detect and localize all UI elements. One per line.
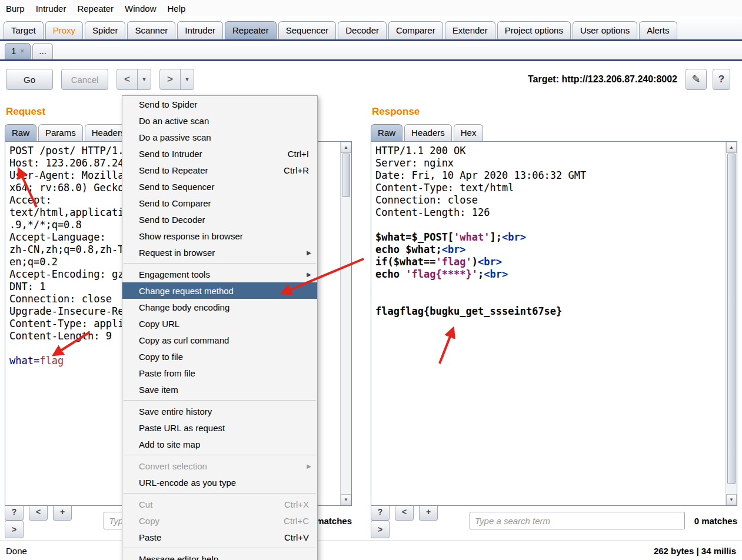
menu-item-label: Send to Sequencer	[139, 182, 302, 192]
menubar-item-repeater[interactable]: Repeater	[77, 4, 114, 14]
menu-item-copy-as-curl-command[interactable]: Copy as curl command	[122, 332, 317, 348]
previous-request-button[interactable]: < ▼	[117, 69, 151, 90]
search-next-button[interactable]: >	[371, 521, 390, 538]
menu-item-do-an-active-scan[interactable]: Do an active scan	[122, 112, 317, 129]
request-tab-params[interactable]: Params	[38, 124, 83, 141]
dropdown-arrow-icon[interactable]: ▼	[137, 69, 151, 89]
main-tab-user-options[interactable]: User options	[573, 21, 637, 39]
request-tab-raw[interactable]: Raw	[5, 124, 36, 141]
main-tab-scanner[interactable]: Scanner	[127, 21, 175, 39]
menubar-item-window[interactable]: Window	[125, 4, 156, 14]
menu-item-send-to-comparer[interactable]: Send to Comparer	[122, 195, 317, 211]
menu-item-label: Do an active scan	[139, 116, 302, 126]
toolbar: Go Cancel < ▼ > ▼ Target: http://123.206…	[0, 61, 742, 98]
previous-arrow-icon[interactable]: <	[117, 69, 137, 89]
menu-item-paste-from-file[interactable]: Paste from file	[122, 365, 317, 381]
menu-item-show-response-in-browser[interactable]: Show response in browser	[122, 228, 317, 244]
menu-item-send-to-sequencer[interactable]: Send to Sequencer	[122, 178, 317, 195]
response-scrollbar[interactable]: ▲ ▼	[726, 142, 737, 505]
menu-item-save-item[interactable]: Save item	[122, 381, 317, 398]
menu-item-copy-to-file[interactable]: Copy to file	[122, 348, 317, 365]
main-tab-proxy[interactable]: Proxy	[45, 21, 83, 39]
menu-item-label: Send to Comparer	[139, 198, 302, 208]
main-tab-project-options[interactable]: Project options	[497, 21, 571, 39]
repeater-tab-1[interactable]: 1×	[5, 43, 31, 59]
main-tab-sequencer[interactable]: Sequencer	[278, 21, 337, 39]
main-tab-comparer[interactable]: Comparer	[388, 21, 443, 39]
menu-item-label: Send to Repeater	[139, 165, 302, 175]
main-tab-target[interactable]: Target	[4, 21, 44, 39]
menu-separator	[124, 548, 316, 548]
submenu-arrow-icon: ▶	[307, 463, 311, 469]
search-input[interactable]	[470, 512, 685, 529]
response-text[interactable]: HTTP/1.1 200 OKServer: nginxDate: Fri, 1…	[375, 145, 724, 503]
menu-item-send-to-intruder[interactable]: Send to IntruderCtrl+I	[122, 145, 317, 162]
main-tab-alerts[interactable]: Alerts	[639, 21, 677, 39]
menubar-item-burp[interactable]: Burp	[6, 4, 25, 14]
next-request-button[interactable]: > ▼	[159, 69, 194, 90]
menu-shortcut: Ctrl+I	[288, 149, 309, 159]
menu-item-paste[interactable]: PasteCtrl+V	[122, 529, 317, 545]
menu-shortcut: Ctrl+X	[284, 499, 309, 509]
go-button[interactable]: Go	[6, 69, 53, 90]
scroll-down-icon[interactable]: ▼	[341, 494, 351, 505]
menu-item-paste-url-as-request[interactable]: Paste URL as request	[122, 419, 317, 436]
main-tab-spider[interactable]: Spider	[85, 21, 125, 39]
code-line: Connection: close	[375, 194, 724, 206]
menu-separator	[124, 263, 316, 264]
menubar-item-intruder[interactable]: Intruder	[36, 4, 66, 14]
search-next-button[interactable]: >	[5, 521, 24, 538]
menu-item-change-request-method[interactable]: Change request method	[122, 282, 317, 299]
next-arrow-icon[interactable]: >	[160, 69, 180, 89]
menu-item-copy-url[interactable]: Copy URL	[122, 315, 317, 332]
scroll-up-icon[interactable]: ▲	[726, 142, 737, 153]
scroll-down-icon[interactable]: ▼	[726, 494, 737, 505]
menu-item-do-a-passive-scan[interactable]: Do a passive scan	[122, 129, 317, 145]
menu-item-url-encode-as-you-type[interactable]: URL-encode as you type	[122, 474, 317, 491]
response-tab-raw[interactable]: Raw	[371, 124, 402, 141]
response-editor[interactable]: HTTP/1.1 200 OKServer: nginxDate: Fri, 1…	[371, 141, 737, 506]
repeater-tab-item[interactable]: ...	[32, 43, 53, 59]
menu-item-request-in-browser[interactable]: Request in browser▶	[122, 244, 317, 261]
context-menu: Send to SpiderDo an active scanDo a pass…	[122, 95, 318, 560]
main-tab-bar: TargetProxySpiderScannerIntruderRepeater…	[0, 16, 742, 41]
response-tab-headers[interactable]: Headers	[404, 124, 452, 141]
close-icon[interactable]: ×	[20, 48, 24, 55]
scrollbar-thumb[interactable]	[342, 154, 350, 197]
help-button[interactable]: ?	[713, 69, 730, 90]
menu-item-send-to-decoder[interactable]: Send to Decoder	[122, 211, 317, 228]
code-line: Server: nginx	[375, 157, 724, 169]
pencil-icon: ✎	[691, 73, 700, 86]
status-bar: Done 262 bytes | 34 millis	[0, 541, 742, 560]
menu-item-send-to-spider[interactable]: Send to Spider	[122, 96, 317, 112]
main-tab-intruder[interactable]: Intruder	[177, 21, 223, 39]
request-scrollbar[interactable]: ▲ ▼	[340, 142, 351, 505]
menubar-item-help[interactable]: Help	[167, 4, 185, 14]
response-search-buttons: ?<+>	[371, 503, 466, 538]
menu-item-label: Send to Spider	[139, 99, 302, 109]
response-search-bar: ?<+> 0 matches	[371, 511, 737, 531]
menu-separator	[124, 455, 316, 455]
edit-target-button[interactable]: ✎	[686, 69, 707, 90]
scrollbar-thumb[interactable]	[727, 154, 736, 484]
menu-item-send-to-repeater[interactable]: Send to RepeaterCtrl+R	[122, 162, 317, 178]
menu-item-save-entire-history[interactable]: Save entire history	[122, 403, 317, 419]
menu-item-change-body-encoding[interactable]: Change body encoding	[122, 299, 317, 315]
main-tab-extender[interactable]: Extender	[445, 21, 495, 39]
code-line: echo $what;<br>	[375, 244, 724, 256]
code-line: Date: Fri, 10 Apr 2020 13:06:32 GMT	[375, 169, 724, 182]
main-tab-decoder[interactable]: Decoder	[338, 21, 387, 39]
main-tab-repeater[interactable]: Repeater	[225, 21, 277, 39]
dropdown-arrow-icon[interactable]: ▼	[180, 69, 194, 89]
scroll-up-icon[interactable]: ▲	[341, 142, 351, 153]
response-tab-hex[interactable]: Hex	[454, 124, 484, 141]
cancel-button[interactable]: Cancel	[61, 69, 108, 90]
menu-item-add-to-site-map[interactable]: Add to site map	[122, 436, 317, 452]
menu-item-engagement-tools[interactable]: Engagement tools▶	[122, 266, 317, 282]
menu-item-label: URL-encode as you type	[139, 478, 302, 488]
menu-item-label: Paste from file	[139, 368, 302, 378]
menu-item-label: Save item	[139, 385, 302, 395]
menu-item-label: Paste URL as request	[139, 423, 302, 433]
menu-item-message-editor-help[interactable]: Message editor help	[122, 551, 317, 560]
menu-item-label: Change request method	[139, 286, 302, 296]
